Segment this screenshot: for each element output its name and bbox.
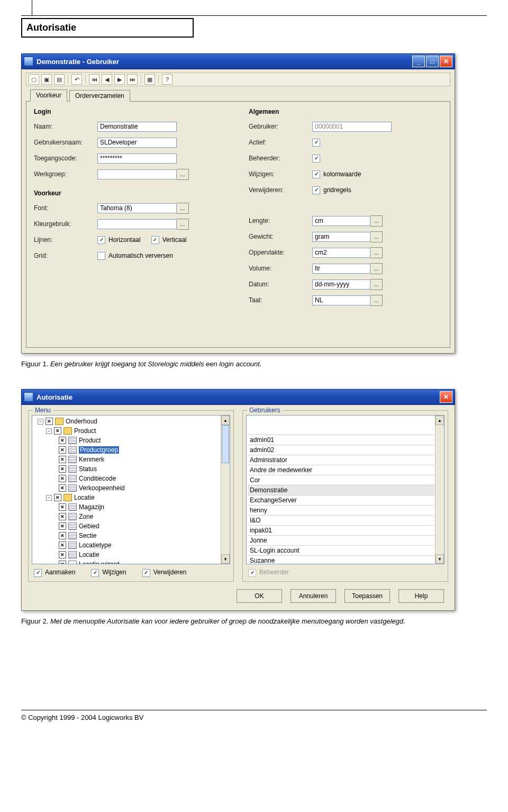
close-button[interactable]: ✕ (440, 391, 452, 403)
tree-checkbox[interactable]: ✕ (59, 484, 66, 492)
tree-checkbox[interactable]: ✕ (59, 465, 66, 473)
horizontaal-checkbox[interactable]: ✓ (97, 236, 105, 244)
tree-checkbox[interactable]: ✕ (59, 532, 66, 539)
werkgroep-input[interactable] (97, 169, 177, 179)
tree-checkbox[interactable]: ✕ (59, 513, 66, 520)
list-item[interactable]: admin02 (248, 445, 434, 455)
tree-node-label[interactable]: Gebied (79, 522, 99, 530)
verwijderen-checkbox[interactable]: ✓ (312, 186, 320, 194)
tree-node-label[interactable]: Productgroep (79, 446, 119, 454)
toegangscode-input[interactable] (97, 154, 177, 164)
tree-node-label[interactable]: Locatie (74, 494, 95, 501)
tree-node-label[interactable]: Verkoopeenheid (79, 484, 125, 492)
beheerder-checkbox[interactable]: ✓ (312, 155, 320, 163)
list-item[interactable]: SL-Login account (248, 546, 434, 556)
toolbar-last-icon[interactable]: ⏭ (127, 74, 138, 85)
tree-checkbox[interactable]: ✕ (54, 494, 61, 501)
volume-input[interactable] (312, 264, 370, 274)
tree-node-label[interactable]: Locatietype (79, 542, 111, 549)
tree-node-label[interactable]: Magazijn (79, 503, 104, 511)
scroll-up-icon[interactable]: ▲ (436, 416, 444, 425)
minimize-button[interactable]: _ (412, 56, 425, 67)
tree-node-label[interactable]: Sectie (79, 532, 96, 539)
list-item[interactable]: admin01 (248, 435, 434, 445)
datum-browse-button[interactable]: ... (370, 279, 383, 290)
toolbar-next-icon[interactable]: ▶ (114, 74, 125, 85)
taal-browse-button[interactable]: ... (370, 295, 383, 306)
tree-checkbox[interactable]: ✕ (59, 446, 66, 454)
naam-input[interactable] (97, 122, 177, 132)
title-bar[interactable]: Demonstratie - Gebruiker _ □ ✕ (21, 53, 455, 69)
list-item[interactable] (248, 425, 434, 435)
tree-checkbox[interactable]: ✕ (59, 522, 66, 530)
kleurgebruik-browse-button[interactable]: ... (177, 219, 189, 230)
tree-checkbox[interactable]: ✕ (59, 437, 66, 444)
list-item[interactable]: Jorine (248, 536, 434, 546)
gewicht-input[interactable] (312, 232, 370, 242)
list-scrollbar[interactable]: ▲ ▼ (435, 416, 444, 564)
wijzigen-checkbox[interactable]: ✓ (312, 170, 320, 178)
title-bar[interactable]: Autorisatie ✕ (21, 389, 455, 405)
oppervlakte-input[interactable] (312, 248, 370, 258)
tree-checkbox[interactable]: ✕ (59, 456, 66, 463)
help-button[interactable]: Help (398, 589, 444, 603)
toolbar-prev-icon[interactable]: ◀ (102, 74, 112, 85)
wijzigen-checkbox[interactable]: ✓ (91, 569, 99, 577)
font-browse-button[interactable]: ... (177, 203, 189, 214)
tree-node-label[interactable]: Onderhoud (66, 418, 97, 425)
toolbar-first-icon[interactable]: ⏮ (89, 74, 99, 85)
tree-node-label[interactable]: Locatie (79, 551, 99, 558)
list-item[interactable]: Andre de medewerker (248, 465, 434, 475)
lengte-input[interactable] (312, 216, 370, 226)
list-item[interactable]: Suzanne (248, 556, 434, 564)
toolbar-new-icon[interactable]: ▢ (29, 74, 39, 85)
scroll-down-icon[interactable]: ▼ (436, 554, 444, 564)
expander-icon[interactable]: − (46, 428, 52, 434)
tree-node-label[interactable]: Kenmerk (79, 456, 104, 463)
tree-node-label[interactable]: Status (79, 465, 97, 473)
tree-node-label[interactable]: Product (74, 427, 96, 435)
toolbar-undo-icon[interactable]: ↶ (71, 74, 82, 85)
list-item[interactable]: henny (248, 506, 434, 516)
annuleren-button[interactable]: Annuleren (291, 589, 336, 603)
lengte-browse-button[interactable]: ... (370, 215, 383, 227)
scroll-thumb[interactable] (222, 425, 229, 463)
ok-button[interactable]: OK (237, 589, 282, 603)
tree-checkbox[interactable]: ✕ (59, 503, 66, 511)
tree-checkbox[interactable]: ✕ (59, 551, 66, 558)
oppervlakte-browse-button[interactable]: ... (370, 247, 383, 258)
gewicht-browse-button[interactable]: ... (370, 231, 383, 242)
scroll-up-icon[interactable]: ▲ (221, 416, 230, 425)
toolbar-help-icon[interactable]: ? (162, 74, 173, 85)
font-input[interactable] (97, 203, 177, 213)
tree-scrollbar[interactable]: ▲ ▼ (221, 416, 230, 564)
list-item[interactable]: I&O (248, 516, 434, 526)
volume-browse-button[interactable]: ... (370, 263, 383, 274)
actief-checkbox[interactable]: ✓ (312, 139, 320, 147)
tree-node-label[interactable]: Conditiecode (79, 475, 116, 482)
tree-checkbox[interactable]: ✕ (46, 418, 53, 425)
list-item[interactable]: Demonstratie (248, 485, 434, 495)
taal-input[interactable] (312, 295, 370, 305)
verwijderen-checkbox[interactable]: ✓ (142, 569, 150, 577)
toolbar-open-icon[interactable]: ▣ (41, 74, 52, 85)
tree-checkbox[interactable]: ✕ (54, 427, 61, 435)
tree-checkbox[interactable]: ✕ (59, 475, 66, 482)
tree-node-label[interactable]: Locatie wizard (79, 561, 120, 564)
menu-tree[interactable]: −✕Onderhoud −✕Product ✕Product ✕Productg… (32, 415, 230, 564)
list-item[interactable]: Cor (248, 475, 434, 485)
scroll-down-icon[interactable]: ▼ (221, 554, 230, 564)
tab-orderverzamelen[interactable]: Orderverzamelen (69, 90, 130, 102)
maximize-button[interactable]: □ (426, 56, 439, 67)
tree-checkbox[interactable]: ✕ (59, 561, 66, 564)
close-button[interactable]: ✕ (440, 56, 452, 67)
toolbar-print-icon[interactable]: ▦ (144, 74, 155, 85)
verticaal-checkbox[interactable]: ✓ (151, 236, 159, 244)
list-item[interactable]: Administrator (248, 455, 434, 465)
list-item[interactable]: ExchangeServer (248, 495, 434, 506)
toolbar-save-icon[interactable]: ▤ (54, 74, 65, 85)
tree-checkbox[interactable]: ✕ (59, 542, 66, 549)
datum-input[interactable] (312, 279, 370, 290)
gebruikersnaam-input[interactable] (97, 138, 177, 148)
list-item[interactable]: inpak01 (248, 526, 434, 536)
